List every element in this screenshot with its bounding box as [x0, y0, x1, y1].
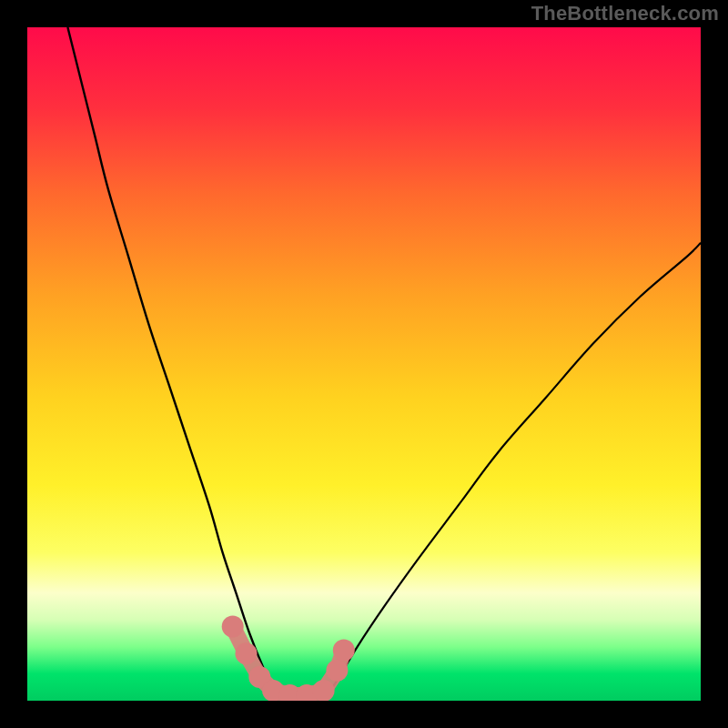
marker-dot [313, 680, 335, 702]
bottleneck-chart [0, 0, 728, 728]
watermark-text: TheBottleneck.com [531, 2, 719, 25]
marker-dot [333, 640, 355, 662]
plot-area [27, 27, 701, 701]
marker-dot [326, 660, 348, 682]
chart-frame: TheBottleneck.com [0, 0, 728, 728]
marker-dot [222, 616, 244, 638]
marker-dot [236, 642, 258, 664]
